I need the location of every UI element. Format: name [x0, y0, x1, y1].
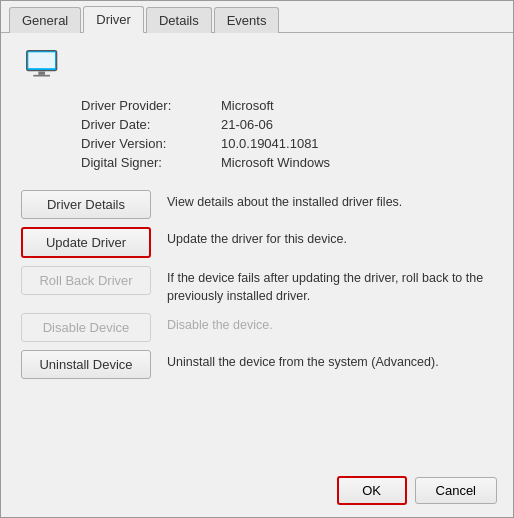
update-driver-description: Update the driver for this device. [167, 227, 493, 249]
cancel-button[interactable]: Cancel [415, 477, 497, 504]
dialog-footer: OK Cancel [1, 468, 513, 517]
buttons-section: Driver Details View details about the in… [21, 190, 493, 452]
tab-general[interactable]: General [9, 7, 81, 33]
driver-tab-content: Driver Provider: Microsoft Driver Date: … [1, 33, 513, 468]
svg-rect-1 [28, 52, 55, 68]
disable-device-button[interactable]: Disable Device [21, 313, 151, 342]
svg-rect-3 [33, 75, 50, 77]
tab-driver[interactable]: Driver [83, 6, 144, 33]
uninstall-device-row: Uninstall Device Uninstall the device fr… [21, 350, 493, 379]
driver-info-grid: Driver Provider: Microsoft Driver Date: … [81, 98, 493, 170]
svg-rect-2 [38, 72, 45, 75]
driver-details-button[interactable]: Driver Details [21, 190, 151, 219]
tab-bar: General Driver Details Events [1, 1, 513, 33]
device-properties-dialog: General Driver Details Events Driver Pro… [0, 0, 514, 518]
roll-back-driver-row: Roll Back Driver If the device fails aft… [21, 266, 493, 305]
uninstall-device-button[interactable]: Uninstall Device [21, 350, 151, 379]
provider-value: Microsoft [221, 98, 493, 113]
driver-details-row: Driver Details View details about the in… [21, 190, 493, 219]
update-driver-button[interactable]: Update Driver [21, 227, 151, 258]
version-value: 10.0.19041.1081 [221, 136, 493, 151]
disable-device-row: Disable Device Disable the device. [21, 313, 493, 342]
driver-details-description: View details about the installed driver … [167, 190, 493, 212]
date-label: Driver Date: [81, 117, 221, 132]
tab-details[interactable]: Details [146, 7, 212, 33]
device-icon [25, 49, 493, 82]
update-driver-row: Update Driver Update the driver for this… [21, 227, 493, 258]
roll-back-driver-button[interactable]: Roll Back Driver [21, 266, 151, 295]
date-value: 21-06-06 [221, 117, 493, 132]
roll-back-driver-description: If the device fails after updating the d… [167, 266, 493, 305]
uninstall-device-description: Uninstall the device from the system (Ad… [167, 350, 493, 372]
signer-value: Microsoft Windows [221, 155, 493, 170]
ok-button[interactable]: OK [337, 476, 407, 505]
version-label: Driver Version: [81, 136, 221, 151]
signer-label: Digital Signer: [81, 155, 221, 170]
disable-device-description: Disable the device. [167, 313, 493, 335]
provider-label: Driver Provider: [81, 98, 221, 113]
tab-events[interactable]: Events [214, 7, 280, 33]
